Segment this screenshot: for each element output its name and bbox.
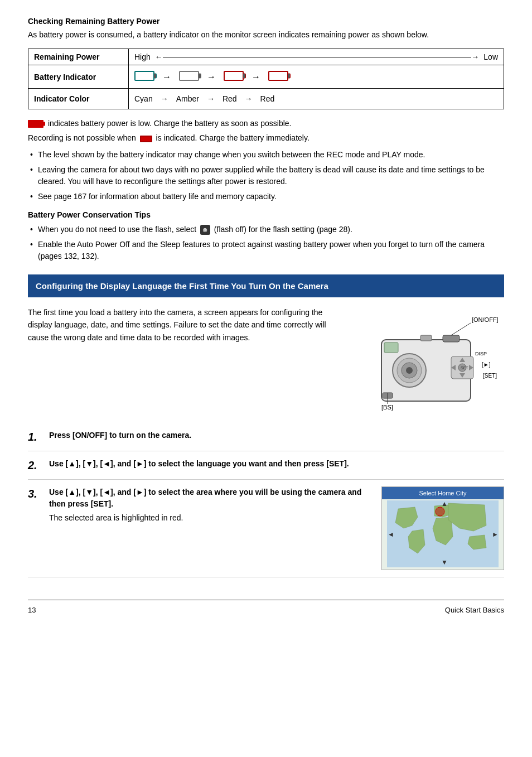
- color-red-1: Red: [223, 94, 237, 103]
- table-row-remaining: Remaining Power High ← → Low: [28, 49, 504, 65]
- camera-diagram-svg: [ON/OFF] SET DISP [►] [SET]: [348, 306, 504, 412]
- note-no-record: Recording is not possible when is indica…: [28, 132, 504, 144]
- step-1-content: Press [ON/OFF] to turn on the camera.: [49, 430, 504, 441]
- step-1-number: 1.: [28, 430, 45, 444]
- table-row-color: Indicator Color Cyan → Amber → Red → Red: [28, 89, 504, 109]
- battery-icon-mid: [179, 71, 199, 83]
- svg-point-4: [406, 367, 413, 374]
- battery-icon-low: [224, 71, 244, 83]
- indicator-icons-cell: → →: [129, 65, 504, 89]
- svg-text:▼: ▼: [441, 558, 448, 566]
- arrow-1: →: [162, 72, 171, 82]
- high-low-cell: High ← → Low: [129, 49, 504, 65]
- high-label: High: [134, 52, 151, 61]
- svg-point-24: [436, 507, 444, 516]
- step-3: 3. Use [▲], [▼], [◄], and [►] to select …: [28, 480, 504, 577]
- svg-text:[►]: [►]: [482, 361, 491, 368]
- note-item-3: See page 167 for information about batte…: [28, 191, 504, 202]
- arrow-2: →: [207, 72, 216, 82]
- svg-text:▲: ▲: [441, 500, 448, 508]
- color-values-cell: Cyan → Amber → Red → Red: [129, 89, 504, 109]
- world-map-title: Select Home City: [382, 487, 504, 500]
- battery-icon-full: [134, 71, 154, 83]
- steps-container: 1. Press [ON/OFF] to turn on the camera.…: [28, 423, 504, 577]
- configure-intro: The first time you load a battery into t…: [28, 306, 337, 344]
- conservation-title: Battery Power Conservation Tips: [28, 210, 504, 219]
- conservation-section: Battery Power Conservation Tips When you…: [28, 210, 504, 262]
- battery-notes-list: The level shown by the battery indicator…: [28, 149, 504, 202]
- flash-off-icon: ⊗: [200, 225, 210, 235]
- step-2: 2. Use [▲], [▼], [◄], and [►] to select …: [28, 451, 504, 480]
- note-item-2: Leaving the camera for about two days wi…: [28, 164, 504, 187]
- battery-icons-row: → →: [134, 69, 498, 85]
- step-3-main-text: Use [▲], [▼], [◄], and [►] to select the…: [49, 488, 361, 508]
- svg-rect-5: [443, 335, 460, 342]
- color-red-2: Red: [260, 94, 275, 103]
- low-batt-icon: [28, 120, 43, 128]
- color-arrow-2: →: [202, 94, 219, 103]
- section-title: Checking Remaining Battery Power: [28, 17, 504, 26]
- configure-title-text: Configuring the Display Language the Fir…: [36, 281, 328, 291]
- no-record-icon: [140, 136, 152, 142]
- configure-section: Configuring the Display Language the Fir…: [28, 274, 504, 577]
- color-values-row: Cyan → Amber → Red → Red: [134, 92, 498, 105]
- step-3-sub-text: The selected area is highlighted in red.: [49, 512, 370, 524]
- svg-text:►: ►: [492, 531, 499, 538]
- low-label: Low: [483, 52, 498, 61]
- step-2-content: Use [▲], [▼], [◄], and [►] to select the…: [49, 458, 504, 470]
- page-number: 13: [28, 606, 36, 614]
- world-map-box: Select Home City: [381, 486, 504, 570]
- page-footer: 13 Quick Start Basics: [28, 600, 504, 614]
- table-row-indicator: Battery Indicator →: [28, 65, 504, 89]
- battery-section: Checking Remaining Battery Power As batt…: [28, 17, 504, 202]
- world-map-container: Select Home City: [381, 486, 504, 570]
- camera-svg-wrapper: [ON/OFF] SET DISP [►] [SET]: [348, 306, 504, 414]
- configure-title-box: Configuring the Display Language the Fir…: [28, 274, 504, 297]
- color-label: Indicator Color: [28, 89, 129, 109]
- step-1-text: Press [ON/OFF] to turn on the camera.: [49, 431, 191, 440]
- color-arrow-3: →: [240, 94, 257, 103]
- step-2-number: 2.: [28, 458, 45, 472]
- svg-text:DISP: DISP: [475, 351, 487, 356]
- remaining-label: Remaining Power: [28, 49, 129, 65]
- step-3-layout: Use [▲], [▼], [◄], and [►] to select the…: [49, 486, 504, 570]
- step-3-text-block: Use [▲], [▼], [◄], and [►] to select the…: [49, 486, 370, 524]
- note-item-1: The level shown by the battery indicator…: [28, 149, 504, 161]
- svg-text:[SET]: [SET]: [483, 373, 497, 379]
- camera-diagram: [ON/OFF] SET DISP [►] [SET]: [348, 306, 504, 414]
- battery-table: Remaining Power High ← → Low Battery Ind…: [28, 49, 504, 109]
- camera-section: The first time you load a battery into t…: [28, 306, 504, 414]
- indicator-label: Battery Indicator: [28, 65, 129, 89]
- color-amber: Amber: [176, 94, 199, 103]
- svg-text:SET: SET: [461, 366, 468, 370]
- tip-1: When you do not need to use the flash, s…: [28, 224, 504, 235]
- note-low-batt: indicates battery power is low. Charge t…: [28, 117, 504, 129]
- arrow-3: →: [252, 72, 260, 82]
- step-1: 1. Press [ON/OFF] to turn on the camera.: [28, 423, 504, 451]
- footer-section: Quick Start Basics: [445, 606, 504, 614]
- step-3-number: 3.: [28, 486, 45, 501]
- color-cyan: Cyan: [134, 94, 153, 103]
- svg-rect-21: [420, 335, 432, 341]
- battery-icon-vlow: [268, 71, 288, 83]
- intro-text: As battery power is consumed, a battery …: [28, 29, 504, 41]
- svg-text:[BS]: [BS]: [381, 404, 393, 411]
- svg-rect-22: [384, 343, 398, 353]
- svg-line-6: [451, 323, 471, 335]
- svg-text:◄: ◄: [388, 531, 394, 538]
- world-map-svg: ◄ ► ▼ ▲: [387, 500, 499, 567]
- conservation-tips-list: When you do not need to use the flash, s…: [28, 224, 504, 262]
- step-3-content: Use [▲], [▼], [◄], and [►] to select the…: [49, 486, 504, 570]
- tip-2: Enable the Auto Power Off and the Sleep …: [28, 239, 504, 262]
- color-arrow-1: →: [156, 94, 173, 103]
- step-2-text: Use [▲], [▼], [◄], and [►] to select the…: [49, 459, 349, 468]
- svg-text:[ON/OFF]: [ON/OFF]: [472, 316, 499, 323]
- high-low-range: High ← → Low: [134, 52, 498, 61]
- range-arrow: ← →: [155, 52, 480, 61]
